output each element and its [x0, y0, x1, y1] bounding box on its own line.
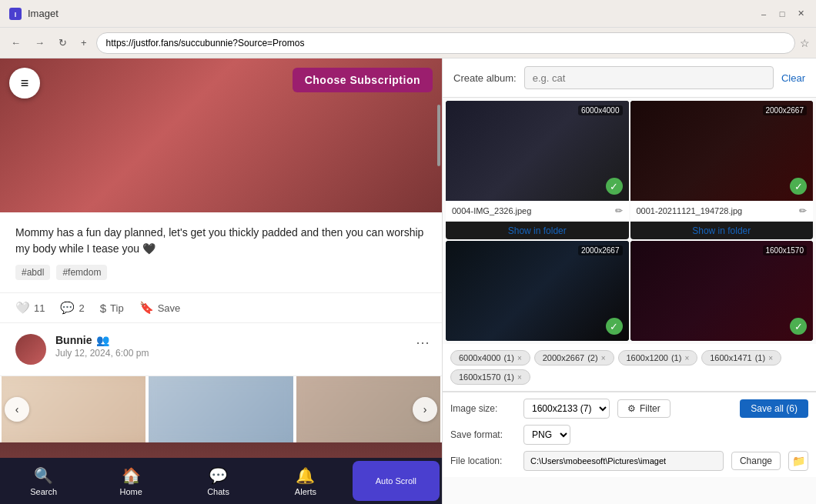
image-card-1[interactable]: 6000x4000 ✓ 0004-IMG_2326.jpeg ✏ Show in…: [446, 101, 629, 239]
image-thumb-4: 1600x1570 ✓: [630, 241, 814, 341]
image-check-2: ✓: [790, 178, 807, 195]
clear-button[interactable]: Clear: [781, 72, 805, 84]
nav-auto-scroll[interactable]: Auto Scroll: [353, 461, 440, 501]
image-thumb-2: 2000x2667 ✓: [630, 101, 814, 201]
filter-tag-x-2: ×: [684, 354, 689, 362]
filter-tag-4[interactable]: 1600x1570 (1) ×: [450, 369, 530, 385]
maximize-button[interactable]: □: [776, 8, 788, 20]
post-content: Mommy has a fun day planned, let's get y…: [0, 212, 442, 293]
nav-home[interactable]: 🏠 Home: [87, 458, 174, 504]
filter-tag-label-0: 6000x4000: [459, 353, 500, 362]
file-location-row: File location: Change 📁: [450, 451, 808, 471]
open-folder-button[interactable]: 📁: [788, 451, 808, 471]
filter-tag-count-3: (1): [755, 353, 765, 362]
filter-tag-count-1: (2): [587, 353, 597, 362]
filter-tag-label-4: 1600x1570: [459, 372, 500, 382]
tag-abdl[interactable]: #abdl: [15, 265, 50, 280]
gallery-prev-button[interactable]: ‹: [5, 397, 29, 422]
folder-icon: 📁: [792, 455, 805, 467]
save-button[interactable]: 🔖 Save: [139, 301, 181, 315]
bottom-nav: 🔍 Search 🏠 Home 💬 Chats 🔔 Alerts Auto Sc…: [0, 458, 443, 504]
bookmark-button[interactable]: ☆: [800, 37, 810, 49]
menu-button[interactable]: ≡: [9, 68, 40, 98]
auto-scroll-label: Auto Scroll: [376, 476, 416, 486]
new-tab-button[interactable]: +: [76, 34, 92, 52]
filter-label: Filter: [640, 403, 660, 414]
image-dimensions-2: 2000x2667: [763, 105, 808, 115]
filter-tag-label-3: 1600x1471: [710, 353, 751, 362]
verified-icon: 👥: [96, 334, 109, 346]
choose-subscription-button[interactable]: Choose Subscription: [293, 68, 433, 92]
save-label: Save: [158, 302, 181, 314]
change-location-button[interactable]: Change: [731, 452, 781, 470]
image-size-row: Image size: 1600x2133 (7) ⚙ Filter Save …: [450, 399, 808, 419]
save-format-select[interactable]: PNG: [523, 425, 570, 445]
bell-icon: 🔔: [296, 466, 315, 485]
minimize-button[interactable]: –: [757, 8, 770, 20]
right-panel: Create album: Clear 6000x4000 ✓ 0004-IMG…: [443, 58, 816, 504]
close-button[interactable]: ✕: [794, 8, 807, 20]
tip-label: Tip: [110, 302, 124, 314]
filter-icon: ⚙: [627, 403, 636, 414]
image-check-1: ✓: [606, 178, 623, 195]
show-folder-button-2[interactable]: Show in folder: [630, 221, 814, 239]
edit-icon-2[interactable]: ✏: [799, 205, 807, 216]
comment-icon: 💬: [60, 301, 75, 315]
filter-tag-2[interactable]: 1600x1200 (1) ×: [618, 350, 698, 365]
nav-alerts[interactable]: 🔔 Alerts: [262, 458, 349, 504]
album-bar: Create album: Clear: [443, 58, 816, 98]
back-button[interactable]: ←: [6, 34, 25, 52]
gallery-image-2: [149, 376, 293, 442]
address-bar: ← → ↻ + ☆: [0, 28, 816, 58]
gallery-next-button[interactable]: ›: [413, 397, 437, 422]
album-input[interactable]: [524, 66, 774, 89]
filter-button[interactable]: ⚙ Filter: [617, 399, 671, 418]
url-input[interactable]: [96, 32, 795, 54]
image-card-4[interactable]: 1600x1570 ✓: [630, 241, 814, 341]
image-info-2: 0001-20211121_194728.jpg ✏: [630, 201, 814, 221]
image-card-2[interactable]: 2000x2667 ✓ 0001-20211121_194728.jpg ✏ S…: [630, 101, 814, 239]
file-location-input[interactable]: [523, 451, 724, 471]
svg-text:I: I: [15, 11, 17, 18]
avatar: [15, 334, 46, 365]
post-tags: #abdl #femdom: [15, 265, 426, 280]
image-dimensions-3: 2000x2667: [578, 245, 623, 255]
image-thumb-3: 2000x2667 ✓: [446, 241, 629, 341]
post-text: Mommy has a fun day planned, let's get y…: [15, 225, 426, 257]
nav-search[interactable]: 🔍 Search: [0, 458, 87, 504]
more-options-button[interactable]: ⋯: [416, 334, 430, 351]
edit-icon-1[interactable]: ✏: [615, 205, 623, 216]
main-layout: ≡ Choose Subscription Mommy has a fun da…: [0, 58, 816, 504]
save-all-button[interactable]: Save all (6): [740, 399, 808, 418]
scroll-indicator: [437, 105, 440, 166]
filter-tag-3[interactable]: 1600x1471 (1) ×: [701, 350, 781, 365]
nav-chats-label: Chats: [207, 487, 229, 496]
refresh-button[interactable]: ↻: [54, 34, 72, 52]
comment-button[interactable]: 💬 2: [60, 301, 84, 315]
like-button[interactable]: 🤍 11: [15, 301, 45, 315]
filter-tag-x-0: ×: [517, 354, 522, 362]
image-size-select[interactable]: 1600x2133 (7): [523, 399, 610, 419]
image-name-2: 0001-20211121_194728.jpg: [637, 206, 743, 215]
file-location-label: File location:: [450, 456, 516, 466]
show-folder-button-1[interactable]: Show in folder: [446, 221, 629, 239]
app-title: Imaget: [28, 8, 757, 19]
dollar-icon: $: [100, 302, 106, 315]
nav-alerts-label: Alerts: [295, 487, 316, 496]
filter-tag-1[interactable]: 2000x2667 (2) ×: [534, 350, 614, 365]
filter-tag-count-0: (1): [503, 353, 513, 362]
image-card-3[interactable]: 2000x2667 ✓: [446, 241, 629, 341]
forward-button[interactable]: →: [30, 34, 49, 52]
image-grid: 6000x4000 ✓ 0004-IMG_2326.jpeg ✏ Show in…: [443, 98, 816, 344]
tag-femdom[interactable]: #femdom: [56, 265, 107, 280]
image-check-4: ✓: [790, 318, 807, 335]
tip-button[interactable]: $ Tip: [100, 302, 124, 315]
nav-chats[interactable]: 💬 Chats: [175, 458, 262, 504]
filter-tag-0[interactable]: 6000x4000 (1) ×: [450, 350, 530, 365]
author-section: Bunnie 👥 July 12, 2024, 6:00 pm ⋯: [0, 323, 442, 376]
nav-search-label: Search: [30, 487, 57, 496]
chat-icon: 💬: [209, 466, 228, 485]
post-actions: 🤍 11 💬 2 $ Tip 🔖 Save: [0, 293, 442, 323]
heart-icon: 🤍: [15, 301, 30, 315]
post-timestamp: July 12, 2024, 6:00 pm: [55, 348, 426, 359]
